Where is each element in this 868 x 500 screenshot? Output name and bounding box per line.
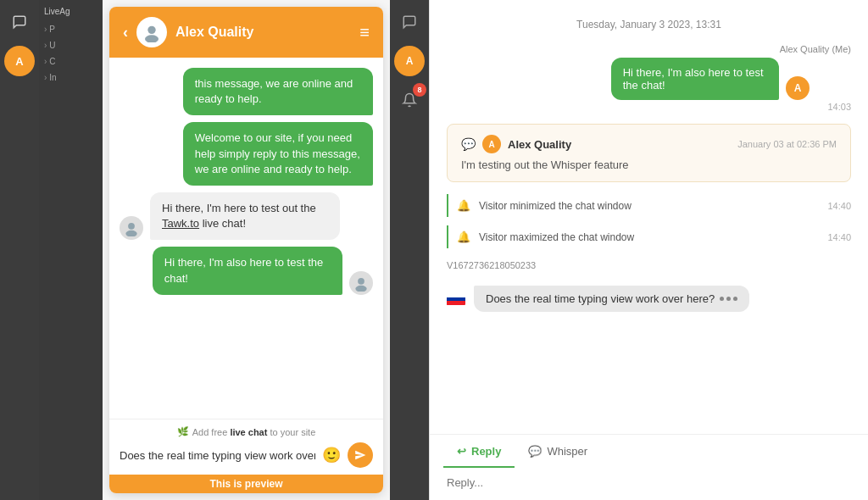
right-vertical-sidebar: A 8 bbox=[390, 0, 429, 500]
preview-label: This is preview bbox=[209, 478, 282, 490]
message-incoming-wrap: Hi there, I'm here to test out the Tawk.… bbox=[120, 192, 373, 240]
whisper-icon-tab: 💬 bbox=[528, 445, 542, 458]
preview-bar: This is preview bbox=[109, 475, 383, 493]
dot-2 bbox=[726, 297, 731, 301]
event-time-2: 14:40 bbox=[827, 232, 851, 242]
agent-avatar bbox=[136, 17, 167, 47]
event-text-1: Visitor minimized the chat window bbox=[479, 200, 819, 212]
tab-whisper[interactable]: 💬 Whisper bbox=[515, 435, 601, 468]
left-vertical-sidebar: A bbox=[0, 0, 39, 500]
typing-text: Does the real time typing view work over… bbox=[486, 292, 715, 305]
chat-header: ‹ Alex Quality ≡ bbox=[109, 7, 383, 58]
event-row-1: 🔔 Visitor minimized the chat window 14:4… bbox=[447, 194, 851, 217]
reply-area bbox=[430, 468, 868, 500]
visitor-flag bbox=[447, 293, 465, 305]
event-icon-2: 🔔 bbox=[457, 231, 470, 243]
reply-input[interactable] bbox=[447, 476, 851, 489]
whisper-card-icon: 💬 bbox=[461, 137, 476, 151]
date-separator: Tuesday, January 3 2023, 13:31 bbox=[447, 19, 851, 31]
top-chat-icon[interactable] bbox=[4, 7, 35, 37]
visitor-id: V1672736218050233 bbox=[447, 260, 851, 270]
message-outgoing-3: Hi there, I'm also here to test the chat… bbox=[153, 247, 342, 294]
live-agent-title: LiveAg bbox=[44, 7, 97, 16]
right-agent-avatar: A bbox=[786, 76, 810, 100]
live-agent-panel: LiveAg P U C In bbox=[39, 0, 103, 500]
chat-messages: this message, we are online and ready to… bbox=[109, 58, 383, 419]
sidebar-bell-icon[interactable]: 8 bbox=[394, 85, 425, 115]
right-outgoing-text: Hi there, I'm also here to test the chat… bbox=[623, 66, 767, 92]
dot-1 bbox=[720, 297, 724, 301]
agent-avatar-small bbox=[349, 271, 373, 295]
chat-input[interactable] bbox=[120, 449, 315, 462]
whisper-avatar: A bbox=[482, 135, 501, 153]
whisper-sender: Alex Quality bbox=[508, 138, 571, 151]
whisper-time: January 03 at 02:36 PM bbox=[737, 139, 837, 149]
dot-3 bbox=[733, 297, 737, 301]
agent-name: Alex Quality bbox=[175, 25, 351, 40]
live-agent-item-in[interactable]: In bbox=[44, 71, 97, 84]
promo-text: Add free live chat to your site bbox=[192, 427, 316, 437]
visitor-avatar-small bbox=[120, 216, 143, 240]
tab-reply[interactable]: ↩ Reply bbox=[443, 435, 515, 468]
svg-point-5 bbox=[355, 285, 366, 291]
notification-badge: 8 bbox=[413, 83, 426, 97]
user-avatar-icon[interactable]: A bbox=[4, 46, 35, 76]
whisper-header: 💬 A Alex Quality January 03 at 02:36 PM bbox=[461, 135, 837, 153]
sidebar-chat-icon[interactable] bbox=[394, 7, 425, 37]
right-outgoing-wrap: Alex Quality (Me) Hi there, I'm also her… bbox=[447, 44, 851, 112]
right-outgoing-bubble: Hi there, I'm also here to test the chat… bbox=[611, 58, 779, 100]
svg-point-4 bbox=[358, 278, 364, 285]
typing-bubble: Does the real time typing view work over… bbox=[474, 286, 749, 312]
tab-reply-label: Reply bbox=[471, 445, 501, 458]
svg-point-3 bbox=[125, 231, 136, 236]
chat-input-row: 🙂 bbox=[120, 442, 373, 468]
event-time-1: 14:40 bbox=[827, 201, 851, 211]
right-panel: Tuesday, January 3 2023, 13:31 Alex Qual… bbox=[429, 0, 868, 500]
send-button[interactable] bbox=[348, 442, 373, 468]
right-msg-sender: Alex Quality (Me) bbox=[780, 44, 851, 54]
typing-dots bbox=[720, 297, 737, 301]
tab-whisper-label: Whisper bbox=[547, 445, 587, 458]
chat-footer: 🌿 Add free live chat to your site 🙂 bbox=[109, 419, 383, 475]
message-outgoing-2: Welcome to our site, if you need help si… bbox=[183, 122, 373, 186]
right-msg-time: 14:03 bbox=[827, 102, 851, 112]
chat-menu-button[interactable]: ≡ bbox=[359, 23, 370, 42]
svg-point-2 bbox=[128, 223, 135, 230]
whisper-text: I'm testing out the Whisper feature bbox=[461, 158, 837, 171]
tab-bar: ↩ Reply 💬 Whisper bbox=[430, 435, 868, 468]
event-icon-1: 🔔 bbox=[457, 199, 470, 212]
svg-point-0 bbox=[147, 26, 155, 34]
right-messages-area: Tuesday, January 3 2023, 13:31 Alex Qual… bbox=[430, 0, 868, 434]
live-agent-item-p[interactable]: P bbox=[44, 23, 97, 36]
svg-point-1 bbox=[145, 35, 159, 42]
right-bottom: ↩ Reply 💬 Whisper bbox=[430, 434, 868, 500]
event-row-2: 🔔 Visitor maximized the chat window 14:4… bbox=[447, 225, 851, 248]
message-incoming-1: Hi there, I'm here to test out the Tawk.… bbox=[150, 192, 340, 240]
live-agent-item-u[interactable]: U bbox=[44, 39, 97, 52]
typing-row: Does the real time typing view work over… bbox=[447, 286, 851, 312]
chat-widget: ‹ Alex Quality ≡ this message, we are on… bbox=[109, 7, 383, 493]
live-agent-item-c[interactable]: C bbox=[44, 55, 97, 68]
sidebar-user-icon[interactable]: A bbox=[394, 46, 425, 76]
emoji-button[interactable]: 🙂 bbox=[322, 446, 341, 464]
chat-promo: 🌿 Add free live chat to your site bbox=[120, 426, 373, 437]
whisper-card: 💬 A Alex Quality January 03 at 02:36 PM … bbox=[447, 124, 851, 182]
message-outgoing-1: this message, we are online and ready to… bbox=[183, 68, 373, 115]
chat-back-button[interactable]: ‹ bbox=[123, 24, 128, 42]
event-text-2: Visitor maximized the chat window bbox=[479, 231, 819, 243]
reply-arrow-icon: ↩ bbox=[457, 445, 466, 458]
message-outgoing-wrap-3: Hi there, I'm also here to test the chat… bbox=[120, 247, 373, 294]
